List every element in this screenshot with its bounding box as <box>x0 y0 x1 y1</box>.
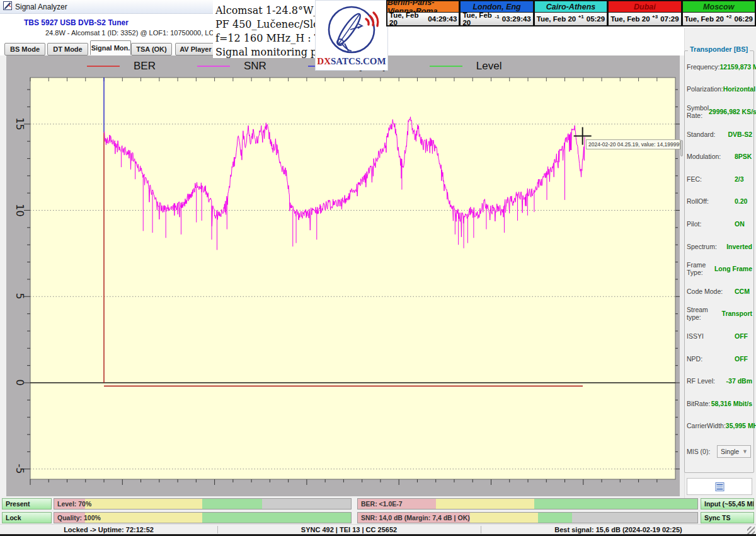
clock-dubai: DubaiTue, Feb 20+307:29 <box>608 0 682 26</box>
mis-label: MIS (0): <box>687 448 717 455</box>
present-badge: Present <box>2 498 52 510</box>
mis-value: Single <box>721 448 739 455</box>
list-icon <box>715 482 724 491</box>
mis-select[interactable]: Single ▼ <box>717 445 751 458</box>
logo-text-satcs: SATCS.COM <box>331 56 386 66</box>
world-clocks: Berlin-Paris-Vienna-RomaTue, Feb 2004:29… <box>386 0 756 26</box>
y-tick-label: 15 <box>14 114 26 133</box>
clock-london-eng: London, EngTue, Feb 20-103:29:43 <box>460 0 534 26</box>
status-bar: Locked -> Uptime: 72:12:52SYNC 492 | TEI… <box>0 524 756 534</box>
clock-berlin-paris-vienna-roma: Berlin-Paris-Vienna-RomaTue, Feb 2004:29… <box>386 0 460 26</box>
transponder-row: BitRate:58,316 Mbit/s <box>687 392 752 415</box>
lock-badge: Lock <box>2 512 52 523</box>
y-tick-label: 0 <box>14 373 26 392</box>
transponder-row: RollOff:0.20 <box>687 190 752 213</box>
logo-text-dx: DX <box>317 56 331 66</box>
transponder-row: Code Mode:CCM <box>687 280 752 303</box>
transponder-row: CarrierWidth:35,995 MHz <box>687 415 752 438</box>
transponder-row: Frequency:12159,873 MHz <box>687 55 752 78</box>
transponder-row: Standard:DVB-S2 <box>687 123 752 146</box>
mis-row: MIS (0): Single ▼ <box>687 445 752 458</box>
level-meter: Level: 70% <box>54 498 352 510</box>
transponder-row: Frame Type:Long Frame <box>687 257 752 280</box>
sync-ts-badge: Sync TS <box>701 512 754 523</box>
transponder-row: ISSYIOFF <box>687 325 752 347</box>
ber-meter: BER: <1.0E-7 <box>357 498 698 510</box>
snr-plot[interactable] <box>6 55 680 496</box>
status-divider <box>481 526 481 533</box>
signal-arc-icon <box>366 19 369 25</box>
status-section: Best signal: 15,6 dB (2024-02-19 02:25) <box>481 525 756 535</box>
status-divider <box>217 526 218 533</box>
window-title: Signal Analyzer <box>15 3 67 11</box>
transponder-title: Transponder [BS] <box>688 45 750 53</box>
tab-bs-mode[interactable]: BS Mode <box>4 43 45 55</box>
signal-chart[interactable]: BERSNRQualityLevel 151050-5 2024-02-20 0… <box>6 55 680 496</box>
splitter-handle[interactable] <box>680 140 683 156</box>
transponder-rows: Frequency:12159,873 MHzPolarization:Hori… <box>687 55 752 437</box>
svg-text:DXSATCS.COM: DXSATCS.COM <box>317 56 386 66</box>
status-section: SYNC 492 | TEI 13 | CC 25652 <box>217 525 481 535</box>
chevron-down-icon: ▼ <box>742 448 750 455</box>
transponder-row: Polarization:Horizontal <box>687 78 752 101</box>
tab-av-player[interactable]: AV Player <box>175 43 216 55</box>
quality-meter: Quality: 100% <box>54 512 352 523</box>
transponder-row: Spectrum:Inverted <box>687 235 752 258</box>
tab-tsa-ok-[interactable]: TSA (OK) <box>131 43 172 55</box>
app-icon <box>3 1 12 13</box>
chart-tooltip: 2024-02-20 04.25.19, value: 14,199999809… <box>586 139 680 149</box>
dxsatcs-logo: DXSATCS.COM <box>315 0 388 71</box>
snr-meter: SNR: 14,0 dB (Margin: 7,4 dB | OK) <box>357 512 698 523</box>
tab-signal-mon-[interactable]: Signal Mon. <box>90 40 131 55</box>
status-section: Locked -> Uptime: 72:12:52 <box>0 525 217 535</box>
clock-cairo-athens: Cairo-AthensTue, Feb 20+105:29 <box>534 0 608 26</box>
transponder-row: RF Level:-37 dBm <box>687 370 752 392</box>
device-title: TBS 5927 USB DVB-S2 Tuner <box>24 18 129 27</box>
transponder-row: NPD:OFF <box>687 347 752 370</box>
y-tick-label: -5 <box>14 459 26 478</box>
clock-moscow: MoscowTue, Feb 20+206:29 <box>682 0 756 26</box>
transponder-row: FEC:2/3 <box>687 168 752 190</box>
y-tick-label: 5 <box>14 287 26 306</box>
y-tick-label: 10 <box>14 201 26 219</box>
input-rate-badge: Input (~55,45 Mbps) <box>701 498 754 510</box>
stream-list-button[interactable] <box>687 478 752 495</box>
tab-dt-mode[interactable]: DT Mode <box>47 43 88 55</box>
panel-splitter <box>680 55 684 496</box>
transponder-row: Stream type:Transport <box>687 303 752 325</box>
transponder-row: Modulation:8PSK <box>687 145 752 168</box>
transponder-row: Pilot:ON <box>687 213 752 235</box>
transponder-row: Symbol Rate:29996,982 KS/s <box>687 100 752 123</box>
